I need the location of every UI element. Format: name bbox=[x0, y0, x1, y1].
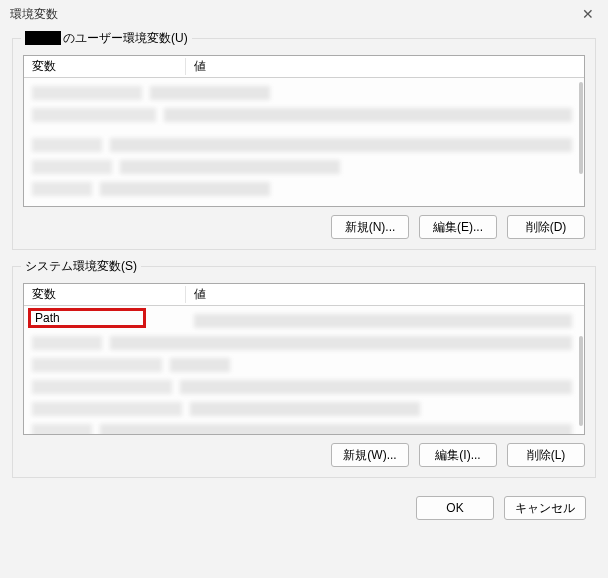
user-vars-body[interactable] bbox=[24, 78, 584, 206]
system-vars-body[interactable]: Path bbox=[24, 306, 584, 434]
user-vars-buttons: 新規(N)... 編集(E)... 削除(D) bbox=[23, 215, 585, 239]
system-vars-buttons: 新規(W)... 編集(I)... 削除(L) bbox=[23, 443, 585, 467]
scrollbar[interactable] bbox=[579, 336, 583, 426]
delete-user-button[interactable]: 削除(D) bbox=[507, 215, 585, 239]
list-item[interactable] bbox=[32, 336, 572, 350]
system-vars-legend: システム環境変数(S) bbox=[21, 258, 141, 275]
list-item[interactable] bbox=[32, 86, 572, 100]
path-variable-name: Path bbox=[35, 311, 60, 325]
list-item[interactable] bbox=[32, 182, 572, 196]
delete-system-button[interactable]: 削除(L) bbox=[507, 443, 585, 467]
user-vars-listbox[interactable]: 変数 値 bbox=[23, 55, 585, 207]
ok-button[interactable]: OK bbox=[416, 496, 494, 520]
list-item[interactable] bbox=[32, 424, 572, 434]
path-highlight[interactable]: Path bbox=[28, 308, 146, 328]
list-item[interactable] bbox=[32, 380, 572, 394]
close-icon[interactable]: ✕ bbox=[576, 6, 600, 22]
col-header-value[interactable]: 値 bbox=[186, 58, 584, 75]
list-item[interactable] bbox=[32, 108, 572, 122]
col-header-value[interactable]: 値 bbox=[186, 286, 584, 303]
list-item[interactable] bbox=[32, 160, 572, 174]
user-vars-legend: のユーザー環境変数(U) bbox=[21, 30, 192, 47]
system-vars-group: システム環境変数(S) 変数 値 Path 新規(W)... 編集(I)... … bbox=[12, 266, 596, 478]
dialog-footer: OK キャンセル bbox=[0, 496, 586, 520]
edit-user-button[interactable]: 編集(E)... bbox=[419, 215, 497, 239]
scrollbar[interactable] bbox=[579, 82, 583, 174]
list-item[interactable] bbox=[32, 402, 572, 416]
user-vars-header: 変数 値 bbox=[24, 56, 584, 78]
list-item[interactable] bbox=[32, 138, 572, 152]
system-vars-listbox[interactable]: 変数 値 Path bbox=[23, 283, 585, 435]
col-header-variable[interactable]: 変数 bbox=[24, 286, 186, 303]
user-legend-text: のユーザー環境変数(U) bbox=[63, 31, 188, 45]
list-item[interactable] bbox=[32, 358, 572, 372]
titlebar: 環境変数 ✕ bbox=[0, 0, 608, 28]
col-header-variable[interactable]: 変数 bbox=[24, 58, 186, 75]
system-vars-header: 変数 値 bbox=[24, 284, 584, 306]
new-system-button[interactable]: 新規(W)... bbox=[331, 443, 409, 467]
edit-system-button[interactable]: 編集(I)... bbox=[419, 443, 497, 467]
redacted-username bbox=[25, 31, 61, 45]
cancel-button[interactable]: キャンセル bbox=[504, 496, 586, 520]
new-user-button[interactable]: 新規(N)... bbox=[331, 215, 409, 239]
window-title: 環境変数 bbox=[10, 6, 58, 23]
user-vars-group: のユーザー環境変数(U) 変数 値 新規(N)... 編集(E)... 削除(D… bbox=[12, 38, 596, 250]
